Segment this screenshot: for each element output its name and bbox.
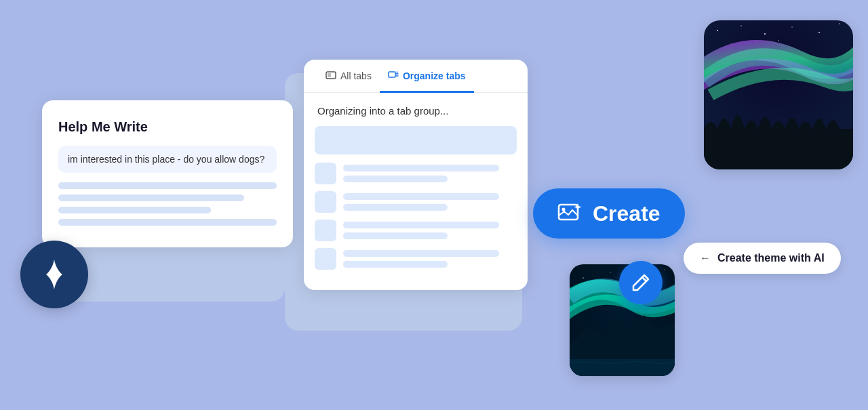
svg-rect-2 bbox=[389, 72, 395, 77]
org-row-4 bbox=[315, 248, 517, 270]
help-me-write-card: Help Me Write im interested in this plac… bbox=[42, 100, 293, 247]
svg-point-4 bbox=[717, 30, 718, 31]
all-tabs-icon bbox=[326, 70, 336, 81]
create-button[interactable]: Create bbox=[533, 188, 685, 239]
org-row-1 bbox=[315, 163, 517, 184]
svg-point-19 bbox=[664, 269, 665, 270]
tab-organize-tabs[interactable]: Organize tabs bbox=[380, 60, 474, 93]
svg-point-17 bbox=[610, 272, 610, 272]
tabs-header: All tabs Organize tabs bbox=[304, 60, 528, 93]
create-theme-button[interactable]: ← Create theme with AI bbox=[684, 243, 841, 274]
svg-point-9 bbox=[839, 23, 840, 24]
help-me-write-input[interactable]: im interested in this place - do you all… bbox=[58, 146, 277, 173]
tab-all-tabs-label: All tabs bbox=[340, 70, 372, 81]
help-me-write-title: Help Me Write bbox=[58, 119, 277, 135]
org-line-2b bbox=[343, 204, 448, 211]
card-line-3 bbox=[58, 207, 211, 213]
org-line-4a bbox=[343, 250, 499, 257]
image-sparkle-icon bbox=[557, 201, 583, 226]
card-line-1 bbox=[58, 182, 277, 189]
org-row-3 bbox=[315, 220, 517, 241]
pencil-icon bbox=[629, 271, 652, 294]
aurora-top-svg bbox=[704, 20, 853, 169]
org-thumb-4 bbox=[315, 248, 336, 270]
org-lines-2 bbox=[343, 193, 517, 211]
organize-tabs-card: All tabs Organize tabs Organizing into a… bbox=[304, 60, 528, 290]
org-line-1a bbox=[343, 165, 499, 171]
sparkle-star-icon bbox=[37, 257, 72, 292]
org-thumb-3 bbox=[315, 220, 336, 241]
svg-point-5 bbox=[741, 25, 742, 26]
organize-content bbox=[304, 126, 528, 290]
svg-point-16 bbox=[583, 277, 584, 279]
edit-button[interactable] bbox=[619, 261, 663, 304]
org-thumb-2 bbox=[315, 191, 336, 213]
svg-point-8 bbox=[818, 32, 820, 33]
card-line-4 bbox=[58, 219, 277, 226]
org-placeholder-top bbox=[315, 126, 517, 155]
main-scene: Help Me Write im interested in this plac… bbox=[0, 0, 868, 410]
org-line-3a bbox=[343, 222, 499, 228]
svg-point-14 bbox=[562, 208, 566, 211]
org-line-1b bbox=[343, 176, 448, 182]
arrow-left-icon: ← bbox=[700, 252, 711, 264]
svg-rect-1 bbox=[328, 73, 331, 77]
create-theme-label: Create theme with AI bbox=[717, 252, 825, 264]
tab-all-tabs[interactable]: All tabs bbox=[317, 60, 380, 93]
card-line-2 bbox=[58, 194, 244, 201]
org-line-4b bbox=[343, 261, 448, 268]
org-row-2 bbox=[315, 191, 517, 213]
org-lines-3 bbox=[343, 222, 517, 239]
org-thumb-1 bbox=[315, 163, 336, 184]
aurora-top-image bbox=[704, 20, 853, 169]
svg-point-6 bbox=[764, 33, 766, 35]
org-lines-4 bbox=[343, 250, 517, 268]
svg-point-7 bbox=[791, 26, 793, 28]
svg-point-11 bbox=[778, 40, 779, 41]
ai-assistant-button[interactable] bbox=[20, 241, 88, 308]
organize-tabs-icon bbox=[388, 70, 399, 81]
org-line-2a bbox=[343, 193, 499, 200]
tab-organize-tabs-label: Organize tabs bbox=[403, 70, 466, 81]
create-button-label: Create bbox=[593, 201, 660, 226]
organizing-status-text: Organizing into a tab group... bbox=[304, 93, 528, 126]
org-line-3b bbox=[343, 232, 448, 239]
org-lines-1 bbox=[343, 165, 517, 182]
